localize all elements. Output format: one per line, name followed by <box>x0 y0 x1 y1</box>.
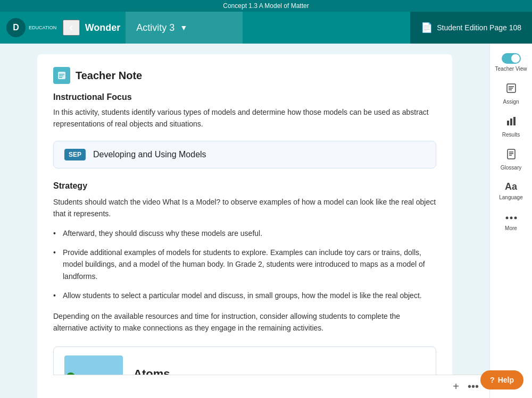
assign-icon <box>505 82 517 97</box>
nav-bar: D EDUCATION ‹ Wonder Activity 3 ▼ 📄 Stud… <box>0 12 532 44</box>
glossary-button[interactable]: Glossary <box>490 144 532 175</box>
student-edition-label: Student Edition Page 108 <box>437 23 521 32</box>
teacher-view-label: Teacher View <box>495 66 527 72</box>
sep-box: SEP Developing and Using Models <box>53 141 436 168</box>
list-item: Provide additional examples of models fo… <box>53 247 436 282</box>
help-question-icon: ? <box>490 376 495 384</box>
concept-label: Concept 1.3 A Model of Matter <box>223 2 309 10</box>
activity-label: Activity 3 <box>136 22 174 33</box>
right-sidebar: Teacher View Assign <box>489 44 532 398</box>
teacher-note-icon <box>53 67 70 84</box>
instructional-focus-text: In this activity, students identify vari… <box>53 106 436 130</box>
bottom-toolbar: + ••• <box>53 375 489 398</box>
strategy-text: Students should watch the video What Is … <box>53 196 436 220</box>
more-button[interactable]: More <box>490 207 532 235</box>
language-button[interactable]: Aa Language <box>490 177 532 205</box>
activity-dropdown[interactable]: Activity 3 ▼ <box>126 12 243 44</box>
help-button[interactable]: ? Help <box>480 370 523 389</box>
help-label: Help <box>498 376 514 384</box>
logo-icon: D <box>6 18 26 37</box>
language-icon: Aa <box>505 181 517 192</box>
svg-rect-8 <box>507 121 509 125</box>
sep-label: Developing and Using Models <box>93 150 206 159</box>
dropdown-arrow-icon: ▼ <box>180 23 187 32</box>
logo: D EDUCATION <box>0 18 63 37</box>
logo-text: EDUCATION <box>29 25 56 31</box>
student-edition-button[interactable]: 📄 Student Edition Page 108 <box>410 12 532 44</box>
instructional-focus-title: Instructional Focus <box>53 92 436 102</box>
list-item: Allow students to select a particular mo… <box>53 290 436 301</box>
svg-point-15 <box>505 217 508 219</box>
toggle-switch-icon[interactable] <box>502 53 521 64</box>
svg-rect-10 <box>513 117 516 125</box>
teacher-note-title: Teacher Note <box>76 70 142 82</box>
wonder-label: Wonder <box>80 22 126 33</box>
concept-bar: Concept 1.3 A Model of Matter <box>0 0 532 12</box>
main-content: Teacher Note Instructional Focus In this… <box>0 44 532 398</box>
results-icon <box>505 115 517 130</box>
assign-label: Assign <box>503 99 519 105</box>
teacher-note-header: Teacher Note <box>53 67 436 84</box>
additional-text: Depending on the available resources and… <box>53 310 436 334</box>
add-button[interactable]: + <box>453 380 459 393</box>
glossary-label: Glossary <box>501 165 521 171</box>
sep-badge: SEP <box>64 149 86 160</box>
more-icon <box>505 211 517 223</box>
list-item: Afterward, they should discuss why these… <box>53 227 436 239</box>
svg-rect-1 <box>59 74 64 75</box>
svg-rect-3 <box>59 77 62 78</box>
svg-rect-2 <box>59 75 63 77</box>
language-label: Language <box>499 194 523 200</box>
more-options-button[interactable]: ••• <box>468 380 479 393</box>
more-label: More <box>505 225 517 231</box>
results-label: Results <box>502 132 520 138</box>
svg-rect-9 <box>510 118 512 125</box>
strategy-title: Strategy <box>53 181 436 191</box>
toggle-knob <box>511 54 520 63</box>
glossary-icon <box>505 148 517 163</box>
assign-button[interactable]: Assign <box>490 78 532 109</box>
svg-point-17 <box>514 217 517 219</box>
teacher-note-card: Teacher Note Instructional Focus In this… <box>37 54 452 398</box>
svg-rect-11 <box>508 149 515 159</box>
svg-point-16 <box>510 217 512 219</box>
bullet-list: Afterward, they should discuss why these… <box>53 227 436 302</box>
results-button[interactable]: Results <box>490 111 532 142</box>
content-area[interactable]: Teacher Note Instructional Focus In this… <box>0 44 489 398</box>
teacher-view-toggle[interactable]: Teacher View <box>490 49 532 76</box>
page-icon: 📄 <box>421 22 433 33</box>
back-button[interactable]: ‹ <box>63 20 79 36</box>
